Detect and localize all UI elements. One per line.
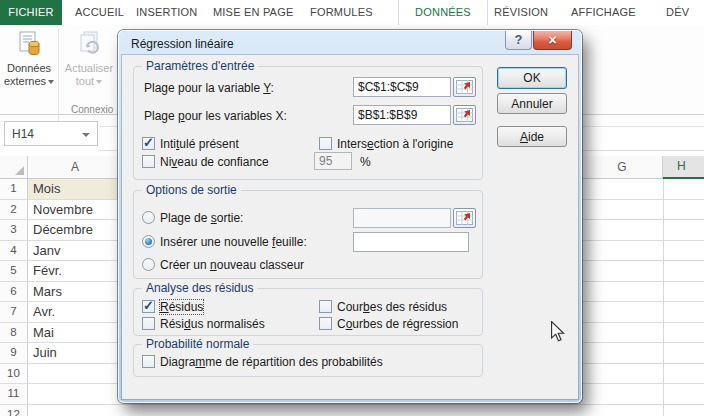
- tab-mise-en-page[interactable]: MISE EN PAGE: [213, 0, 293, 25]
- cell-a5[interactable]: Févr.: [28, 261, 122, 281]
- dialog-body: Paramètres d'entrée Plage pour la variab…: [122, 55, 578, 399]
- group-legend: Paramètres d'entrée: [142, 59, 258, 73]
- checkbox-residus-normalises[interactable]: [142, 317, 155, 330]
- percent-label: %: [360, 155, 371, 169]
- y-range-picker-icon[interactable]: [453, 77, 476, 97]
- connexions-group-label: Connexio: [71, 104, 113, 115]
- tab-donnees[interactable]: DONNÉES: [398, 0, 488, 25]
- nouveau-classeur-label: Créer un nouveau classeur: [160, 258, 304, 272]
- help-button[interactable]: Aide: [497, 126, 567, 147]
- row-header[interactable]: 4: [0, 241, 28, 261]
- radio-plage-sortie[interactable]: [142, 211, 155, 224]
- column-header-h[interactable]: H: [663, 156, 704, 179]
- mouse-cursor-icon: [551, 321, 565, 346]
- checkbox-residus[interactable]: [142, 300, 155, 313]
- ribbon-tab-bar: FICHIER ACCUEIL INSERTION MISE EN PAGE F…: [0, 0, 704, 25]
- confidence-input[interactable]: [314, 152, 352, 170]
- column-header-a[interactable]: A: [28, 156, 122, 178]
- nouvelle-feuille-label: Insérer une nouvelle feuille:: [160, 235, 307, 249]
- group-analyse-residus: Analyse des résidus Résidus Courbes des …: [133, 288, 483, 336]
- row-header[interactable]: 11: [0, 384, 28, 404]
- refresh-all-label-1: Actualiser: [65, 62, 113, 74]
- donnees-externes-button[interactable]: Données externes: [1, 27, 57, 109]
- tab-revision[interactable]: RÉVISION: [494, 0, 548, 25]
- group-legend: Probabilité normale: [142, 337, 253, 351]
- cell-a10[interactable]: [28, 364, 122, 384]
- column-header-g[interactable]: G: [582, 156, 663, 178]
- row-header[interactable]: 5: [0, 261, 28, 281]
- cell-a12[interactable]: [28, 405, 122, 416]
- dialog-title[interactable]: Régression linéaire: [131, 37, 234, 51]
- x-range-picker-icon[interactable]: [453, 105, 476, 125]
- name-box-dropdown-icon[interactable]: [82, 133, 90, 137]
- y-range-input[interactable]: [353, 77, 451, 97]
- actualiser-tout-button[interactable]: Actualiser tout: [61, 27, 117, 109]
- row-header[interactable]: 9: [0, 343, 28, 363]
- intersection-origine-label: Intersection à l'origine: [337, 137, 453, 151]
- checkbox-niveau-confiance[interactable]: [142, 155, 155, 168]
- external-data-label-2: externes: [4, 75, 46, 87]
- name-box-value: H14: [12, 127, 34, 141]
- dropdown-arrow-icon: [48, 80, 54, 84]
- group-parametres-entree: Paramètres d'entrée Plage pour la variab…: [133, 66, 483, 180]
- row-header[interactable]: 2: [0, 200, 28, 220]
- group-legend: Analyse des résidus: [142, 281, 257, 295]
- group-legend: Options de sortie: [142, 183, 241, 197]
- tab-insertion[interactable]: INSERTION: [136, 0, 198, 25]
- cell-a9[interactable]: Juin: [28, 343, 122, 363]
- refresh-all-label-2: tout: [76, 75, 94, 87]
- external-data-icon: [1, 30, 57, 59]
- cell-a4[interactable]: Janv: [28, 241, 122, 261]
- row-header[interactable]: 8: [0, 323, 28, 343]
- group-options-sortie: Options de sortie Plage de sortie: Insér…: [133, 190, 483, 279]
- radio-inserer-nouvelle-feuille[interactable]: [142, 235, 155, 248]
- row-header[interactable]: 1: [0, 179, 28, 199]
- row-header[interactable]: 12: [0, 405, 28, 416]
- ok-button[interactable]: OK: [497, 67, 567, 89]
- select-all-corner[interactable]: [0, 156, 28, 178]
- cell-a6[interactable]: Mars: [28, 282, 122, 302]
- cell-a7[interactable]: Avr.: [28, 302, 122, 322]
- diagramme-repartition-label: Diagramme de répartition des probabilité…: [160, 355, 383, 369]
- regression-dialog: Régression linéaire ? × Paramètres d'ent…: [118, 30, 582, 403]
- dialog-help-button[interactable]: ?: [505, 31, 532, 50]
- row-header[interactable]: 3: [0, 220, 28, 240]
- refresh-icon: [61, 30, 117, 59]
- tab-formules[interactable]: FORMULES: [310, 0, 373, 25]
- tab-developpeur[interactable]: DÉV: [666, 0, 689, 25]
- row-header[interactable]: 6: [0, 282, 28, 302]
- checkbox-courbes-regression[interactable]: [319, 317, 332, 330]
- checkbox-intitule-present[interactable]: [142, 137, 155, 150]
- cancel-button[interactable]: Annuler: [497, 93, 567, 114]
- dialog-close-button[interactable]: ×: [533, 31, 572, 50]
- plage-sortie-input[interactable]: [353, 208, 451, 228]
- tab-fichier[interactable]: FICHIER: [0, 0, 62, 25]
- row-header[interactable]: 7: [0, 302, 28, 322]
- plage-sortie-picker-icon[interactable]: [453, 208, 476, 228]
- radio-nouveau-classeur[interactable]: [142, 258, 155, 271]
- ribbon-group-separator: [58, 29, 59, 129]
- x-range-input[interactable]: [353, 105, 451, 125]
- tab-affichage[interactable]: AFFICHAGE: [571, 0, 636, 25]
- checkbox-diagramme-repartition[interactable]: [142, 355, 155, 368]
- cell-a3[interactable]: Décembre: [28, 220, 122, 240]
- row-header[interactable]: 10: [0, 364, 28, 384]
- gridline-g-h: [663, 179, 664, 416]
- plage-sortie-label: Plage de sortie:: [160, 211, 243, 225]
- nouvelle-feuille-input[interactable]: [353, 232, 469, 252]
- intitule-present-label: Intitulé présent: [160, 137, 239, 151]
- cell-a11[interactable]: [28, 384, 122, 404]
- group-probabilite-normale: Probabilité normale Diagramme de réparti…: [133, 344, 483, 377]
- cell-a8[interactable]: Mai: [28, 323, 122, 343]
- niveau-confiance-label: Niveau de confiance: [160, 155, 269, 169]
- external-data-label-1: Données: [7, 62, 51, 74]
- tab-accueil[interactable]: ACCUEIL: [75, 0, 124, 25]
- name-box[interactable]: H14: [4, 121, 98, 146]
- courbes-regression-label: Courbes de régression: [337, 317, 458, 331]
- cell-a2[interactable]: Novembre: [28, 200, 122, 220]
- checkbox-courbes-residus[interactable]: [319, 300, 332, 313]
- dropdown-arrow-icon: [96, 80, 102, 84]
- checkbox-intersection-origine[interactable]: [319, 137, 332, 150]
- cell-a1[interactable]: Mois: [28, 179, 122, 199]
- residus-normalises-label: Résidus normalisés: [160, 317, 265, 331]
